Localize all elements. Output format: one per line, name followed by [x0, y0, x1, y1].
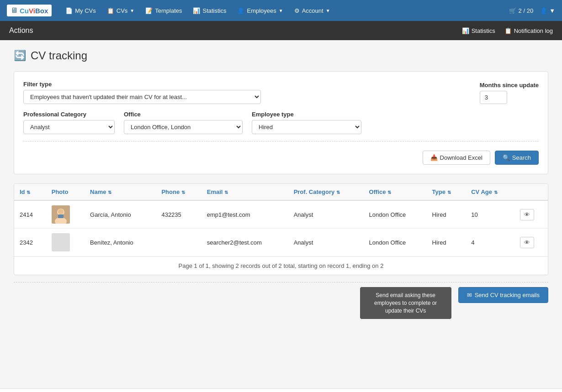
eye-icon-2342: 👁	[524, 239, 530, 246]
nav-label-account: Account	[302, 7, 323, 14]
cell-name-2414: García, Antonio	[85, 200, 156, 229]
col-email[interactable]: Email ⇅	[201, 184, 288, 200]
statistics-icon: 📊	[193, 7, 200, 14]
col-photo-label: Photo	[52, 188, 69, 195]
template-icon: 📝	[145, 7, 153, 14]
cell-email-2414: emp1@test.com	[201, 200, 288, 229]
nav-label-statistics: Statistics	[202, 7, 226, 14]
cell-prof-cat-2342: Analyst	[288, 229, 364, 256]
sort-id-icon: ⇅	[27, 190, 30, 195]
send-label: Send CV tracking emails	[475, 292, 540, 298]
eye-icon-2414: 👁	[524, 211, 530, 218]
sort-phone-icon: ⇅	[181, 190, 185, 195]
search-label: Search	[512, 154, 531, 161]
table-header-row: Id ⇅ Photo Name ⇅ Phone ⇅	[14, 184, 548, 200]
filter-row-2: Professional Category Analyst Developer …	[23, 111, 539, 134]
nav-item-employees[interactable]: 👤 Employees ▼	[233, 5, 287, 17]
prof-category-select[interactable]: Analyst Developer	[23, 120, 115, 134]
col-name[interactable]: Name ⇅	[85, 184, 156, 200]
sort-email-icon: ⇅	[224, 190, 228, 195]
download-excel-label: Download Excel	[440, 154, 482, 161]
filter-type-label: Filter type	[23, 81, 471, 88]
table-row: 2342 Benítez, Antonio searcher2@test.com…	[14, 229, 548, 256]
navbar: 🖥 CuViBox 📄 My CVs 📋 CVs ▼ 📝 Templates 📊…	[0, 0, 562, 21]
list-icon: 📋	[504, 27, 512, 34]
actions-bar-right: 📊 Statistics 📋 Notification log	[462, 27, 553, 34]
sort-prof-cat-icon: ⇅	[336, 190, 340, 195]
col-office[interactable]: Office ⇅	[364, 184, 427, 200]
table-header: Id ⇅ Photo Name ⇅ Phone ⇅	[14, 184, 548, 200]
send-cv-tracking-button[interactable]: ✉ Send CV tracking emails	[458, 287, 548, 303]
account-dropdown-caret: ▼	[326, 8, 330, 13]
brand-name: CuViBox	[20, 7, 48, 15]
email-tooltip: Send email asking these employees to com…	[360, 287, 451, 319]
employee-avatar-placeholder-2342	[52, 233, 70, 251]
cvs-dropdown-caret: ▼	[130, 8, 134, 13]
col-id[interactable]: Id ⇅	[14, 184, 46, 200]
col-cv-age[interactable]: CV Age ⇅	[466, 184, 514, 200]
cell-cv-age-2342: 4	[466, 229, 514, 256]
nav-item-cvs[interactable]: 📋 CVs ▼	[102, 5, 139, 17]
col-photo: Photo	[46, 184, 85, 200]
user-icon: 👤	[540, 7, 547, 14]
avatar-svg	[52, 205, 70, 224]
prof-category-label: Professional Category	[23, 111, 115, 118]
table-row: 2414 García, Antonio	[14, 200, 548, 229]
notification-log-label: Notification log	[514, 27, 553, 34]
cart-info[interactable]: 🛒 2 / 20	[509, 7, 534, 14]
results-table: Id ⇅ Photo Name ⇅ Phone ⇅	[14, 184, 548, 256]
col-id-label: Id	[20, 188, 25, 195]
col-prof-category[interactable]: Prof. Category ⇅	[288, 184, 364, 200]
employee-type-select[interactable]: Hired Freelancer All	[252, 120, 361, 134]
cell-phone-2414: 432235	[156, 200, 201, 229]
col-cv-age-label: CV Age	[471, 188, 492, 195]
office-label: Office	[124, 111, 243, 118]
actions-title: Actions	[9, 26, 33, 35]
email-send-icon: ✉	[467, 292, 472, 298]
statistics-link[interactable]: 📊 Statistics	[462, 27, 495, 34]
office-select[interactable]: London Office, London New York Office	[124, 120, 243, 134]
results-table-container: Id ⇅ Photo Name ⇅ Phone ⇅	[14, 183, 548, 275]
col-email-label: Email	[207, 188, 223, 195]
notification-log-link[interactable]: 📋 Notification log	[504, 27, 553, 34]
cell-cv-age-2414: 10	[466, 200, 514, 229]
col-name-label: Name	[90, 188, 106, 195]
page-title: 🔄 CV tracking	[14, 49, 548, 62]
nav-label-employees: Employees	[247, 7, 276, 14]
employees-icon: 👤	[237, 7, 244, 14]
brand-logo[interactable]: 🖥 CuViBox	[7, 5, 52, 16]
sort-office-icon: ⇅	[387, 190, 391, 195]
svg-rect-4	[58, 214, 64, 218]
months-input[interactable]	[480, 91, 507, 104]
refresh-icon: 🔄	[14, 50, 26, 62]
nav-menu: 📄 My CVs 📋 CVs ▼ 📝 Templates 📊 Statistic…	[61, 5, 509, 17]
user-menu[interactable]: 👤 ▼	[540, 7, 555, 14]
view-button-2414[interactable]: 👁	[520, 209, 534, 220]
col-type[interactable]: Type ⇅	[427, 184, 466, 200]
prof-category-group: Professional Category Analyst Developer	[23, 111, 115, 134]
employees-dropdown-caret: ▼	[279, 8, 283, 13]
nav-item-templates[interactable]: 📝 Templates	[141, 5, 186, 17]
col-phone[interactable]: Phone ⇅	[156, 184, 201, 200]
cell-actions-2414: 👁	[514, 200, 548, 229]
office-group: Office London Office, London New York Of…	[124, 111, 243, 134]
view-button-2342[interactable]: 👁	[520, 237, 534, 248]
excel-icon: 📥	[430, 154, 438, 161]
statistics-label: Statistics	[472, 27, 495, 34]
cell-office-2342: London Office	[364, 229, 427, 256]
clipboard-icon: 📋	[107, 7, 114, 14]
bar-chart-icon: 📊	[462, 27, 469, 34]
nav-item-my-cvs[interactable]: 📄 My CVs	[61, 5, 101, 17]
nav-item-statistics[interactable]: 📊 Statistics	[188, 5, 231, 17]
filter-type-select[interactable]: Employees that haven't updated their mai…	[23, 90, 261, 104]
nav-label-cvs: CVs	[117, 7, 128, 14]
download-excel-button[interactable]: 📥 Download Excel	[423, 151, 490, 165]
search-button[interactable]: 🔍 Search	[495, 151, 539, 165]
cell-id-2342: 2342	[14, 229, 46, 256]
cell-office-2414: London Office	[364, 200, 427, 229]
nav-item-account[interactable]: ⚙ Account ▼	[290, 5, 335, 17]
employee-avatar-2414	[52, 205, 70, 224]
cell-name-2342: Benítez, Antonio	[85, 229, 156, 256]
actions-bar: Actions 📊 Statistics 📋 Notification log	[0, 21, 562, 40]
cell-photo-2414	[46, 200, 85, 229]
